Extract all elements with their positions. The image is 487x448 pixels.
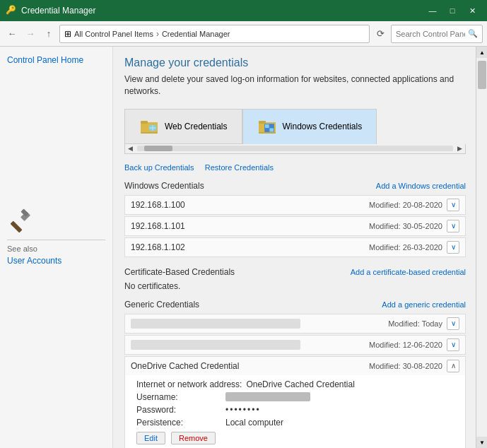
refresh-button[interactable]: ⟳ — [372, 26, 388, 42]
password-label: Password: — [136, 405, 221, 415]
generic-cred-item-1: Modified: 12-06-2020 ∨ — [124, 335, 466, 355]
cert-cred-label: Certificate-Based Credentials — [124, 267, 235, 277]
persistence-label: Persistence: — [136, 418, 221, 428]
web-credentials-icon — [139, 117, 159, 136]
cred-modified-2: Modified: 26-03-2020 — [369, 243, 442, 252]
cert-cred-header: Certificate-Based Credentials Add a cert… — [124, 267, 466, 277]
persistence-value: Local computer — [225, 418, 283, 428]
internet-address-row: Internet or network address: OneDrive Ca… — [136, 379, 454, 389]
hscroll-thumb — [144, 146, 172, 151]
tab-windows-label: Windows Credentials — [283, 122, 363, 131]
generic-cred-name-blurred-1 — [131, 340, 300, 350]
search-box: 🔍 — [391, 25, 483, 43]
up-button[interactable]: ↑ — [41, 26, 57, 42]
svg-rect-13 — [265, 124, 269, 128]
titlebar: 🔑 Credential Manager — □ ✕ — [0, 0, 487, 21]
expand-btn-1[interactable]: ∨ — [447, 220, 459, 232]
maximize-button[interactable]: □ — [443, 4, 462, 18]
hscroll-left-btn[interactable]: ◀ — [125, 145, 136, 152]
generic-expand-btn-0[interactable]: ∨ — [447, 317, 459, 330]
expand-btn-0[interactable]: ∨ — [447, 199, 459, 211]
user-accounts-link[interactable]: User Accounts — [7, 256, 105, 266]
username-row: Username: — [136, 392, 454, 402]
search-icon: 🔍 — [468, 29, 478, 38]
minimize-button[interactable]: — — [423, 4, 442, 18]
main-layout: Control Panel Home See also User Account… — [0, 47, 487, 448]
control-panel-home-link[interactable]: Control Panel Home — [7, 55, 105, 65]
address-box: ⊞ All Control Panel Items › Credential M… — [59, 25, 370, 43]
onedrive-cred-modified: Modified: 30-08-2020 — [369, 362, 442, 370]
forward-button[interactable]: → — [23, 26, 38, 42]
windows-credentials-icon — [257, 117, 277, 136]
search-input[interactable] — [396, 30, 465, 38]
generic-cred-right-1: Modified: 12-06-2020 ∨ — [369, 338, 459, 351]
expand-btn-2[interactable]: ∨ — [447, 241, 459, 254]
generic-cred-right-0: Modified: Today ∨ — [388, 317, 459, 330]
generic-credentials-section: Generic Credentials Add a generic creden… — [124, 300, 466, 448]
horizontal-scrollbar[interactable]: ◀ ▶ — [124, 144, 466, 154]
add-generic-credential-link[interactable]: Add a generic credential — [382, 300, 466, 309]
generic-expand-btn-1[interactable]: ∨ — [447, 338, 459, 351]
vscroll-thumb — [478, 61, 486, 89]
tab-web-label: Web Credentials — [165, 122, 228, 131]
onedrive-expand-btn[interactable]: ∧ — [447, 360, 459, 372]
internet-address-value: OneDrive Cached Credential — [246, 379, 354, 389]
hammer-icon — [7, 206, 35, 235]
svg-rect-15 — [265, 129, 269, 132]
vscroll-track — [476, 58, 487, 437]
backup-credentials-link[interactable]: Back up Credentials — [124, 163, 194, 172]
window-controls: — □ ✕ — [423, 4, 481, 18]
folder-web-icon — [139, 117, 159, 136]
restore-credentials-link[interactable]: Restore Credentials — [205, 163, 274, 172]
cred-right-1: Modified: 30-05-2020 ∨ — [369, 220, 459, 232]
backup-restore-row: Back up Credentials Restore Credentials — [124, 163, 466, 172]
see-also-section: See also User Accounts — [7, 206, 105, 266]
onedrive-cred-name: OneDrive Cached Credential — [131, 361, 239, 371]
username-label: Username: — [136, 392, 221, 402]
cred-modified-1: Modified: 30-05-2020 — [369, 222, 442, 230]
breadcrumb-item1[interactable]: All Control Panel Items — [74, 30, 153, 38]
sidebar: Control Panel Home See also User Account… — [0, 47, 113, 448]
close-button[interactable]: ✕ — [463, 4, 481, 18]
add-cert-credential-link[interactable]: Add a certificate-based credential — [351, 268, 466, 276]
generic-cred-modified-1: Modified: 12-06-2020 — [369, 341, 442, 349]
generic-cred-expanded: OneDrive Cached Credential Modified: 30-… — [124, 356, 466, 448]
tab-windows-credentials[interactable]: Windows Credentials — [242, 109, 377, 144]
add-windows-credential-link[interactable]: Add a Windows credential — [376, 182, 466, 190]
hscroll-track — [137, 146, 453, 151]
window-title: Credential Manager — [21, 6, 423, 16]
generic-cred-label: Generic Credentials — [124, 300, 199, 310]
see-also-label: See also — [7, 244, 105, 253]
edit-button[interactable]: Edit — [136, 432, 165, 444]
cred-name-0: 192.168.1.100 — [131, 200, 185, 210]
vscroll-up-btn[interactable]: ▲ — [476, 47, 487, 58]
cred-name-1: 192.168.1.101 — [131, 221, 185, 231]
section-gap-1 — [124, 259, 466, 267]
cred-action-buttons: Edit Remove — [136, 432, 454, 444]
address-bar: ← → ↑ ⊞ All Control Panel Items › Creden… — [0, 21, 487, 47]
svg-rect-14 — [269, 124, 274, 128]
generic-cred-item-0: Modified: Today ∨ — [124, 314, 466, 334]
windows-cred-header: Windows Credentials Add a Windows creden… — [124, 181, 466, 191]
persistence-row: Persistence: Local computer — [136, 418, 454, 428]
windows-cred-item-1: 192.168.1.101 Modified: 30-05-2020 ∨ — [124, 216, 466, 236]
see-also-divider — [7, 240, 105, 240]
vscroll-down-btn[interactable]: ▼ — [476, 437, 487, 448]
folder-icon: ⊞ — [64, 29, 71, 39]
windows-credentials-section: Windows Credentials Add a Windows creden… — [124, 181, 466, 257]
back-button[interactable]: ← — [4, 26, 20, 42]
remove-button[interactable]: Remove — [171, 432, 216, 444]
tab-web-credentials[interactable]: Web Credentials — [124, 109, 242, 144]
windows-cred-label: Windows Credentials — [124, 181, 204, 191]
svg-rect-5 — [141, 121, 148, 124]
generic-cred-name-blurred-0 — [131, 319, 300, 329]
hscroll-right-btn[interactable]: ▶ — [454, 145, 465, 152]
credential-type-tabs: Web Credentials — [124, 109, 466, 144]
password-row: Password: •••••••• — [136, 405, 454, 415]
page-title: Manage your credentials — [124, 57, 466, 69]
cred-right-0: Modified: 20-08-2020 ∨ — [369, 199, 459, 211]
breadcrumb-item2[interactable]: Credential Manager — [162, 30, 230, 38]
hammer-icon-area — [7, 206, 105, 237]
cred-name-2: 192.168.1.102 — [131, 242, 185, 252]
username-blurred-value — [225, 392, 310, 401]
